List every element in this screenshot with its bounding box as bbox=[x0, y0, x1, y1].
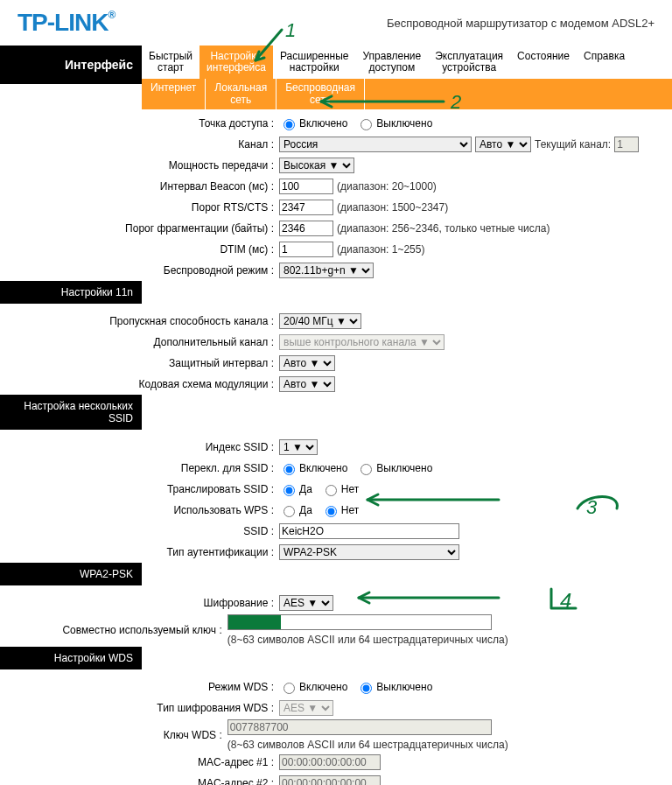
label-wds-mac2: MAC-адрес #2 : bbox=[0, 777, 279, 785]
guard-interval-select[interactable]: Авто ▼ bbox=[279, 355, 335, 371]
label-wireless-mode: Беспроводной режим : bbox=[0, 264, 279, 277]
bandwidth-select[interactable]: 20/40 МГц ▼ bbox=[279, 313, 361, 329]
encryption-select[interactable]: AES ▼ bbox=[279, 595, 333, 611]
nav-advanced[interactable]: Расширенные настройки bbox=[273, 46, 356, 79]
wds-off[interactable] bbox=[360, 683, 372, 694]
current-channel-label: Текущий канал: bbox=[535, 138, 611, 151]
wireless-mode-select[interactable]: 802.11b+g+n ▼ bbox=[279, 263, 374, 278]
ssid-switch-off[interactable] bbox=[360, 464, 372, 475]
section-11n: Настройки 11n bbox=[0, 281, 142, 304]
sub-nav: Интернет Локальная сеть Беспроводная сет… bbox=[142, 79, 672, 109]
dtim-input[interactable] bbox=[279, 242, 333, 257]
label-wds-mac1: MAC-адрес #1 : bbox=[0, 756, 279, 768]
nav-interface-setup[interactable]: Настройка интерфейса bbox=[200, 46, 273, 79]
section-wpa2psk: WPA2-PSK bbox=[0, 563, 142, 585]
wds-mac2-input bbox=[279, 775, 381, 785]
frag-input[interactable] bbox=[279, 221, 333, 236]
label-frag: Порог фрагментации (байты) : bbox=[0, 222, 279, 235]
wds-key-input bbox=[228, 719, 492, 735]
wds-enc-select: AES ▼ bbox=[279, 700, 333, 716]
nav-access[interactable]: Управление доступом bbox=[355, 46, 428, 79]
mcs-select[interactable]: Авто ▼ bbox=[279, 376, 335, 392]
device-subtitle: Беспроводной маршрутизатор с модемом ADS… bbox=[387, 17, 654, 30]
subnav-internet[interactable]: Интернет bbox=[142, 79, 206, 109]
label-ext-channel: Дополнительный канал : bbox=[0, 336, 279, 348]
label-psk: Совместно используемый ключ : bbox=[0, 624, 228, 636]
beacon-input[interactable] bbox=[279, 179, 333, 194]
label-mcs: Кодовая схема модуляции : bbox=[0, 378, 279, 390]
label-encryption: Шифрование : bbox=[0, 597, 279, 609]
broadcast-no[interactable] bbox=[326, 485, 337, 496]
label-access-point: Точка доступа : bbox=[0, 117, 279, 130]
wds-on[interactable] bbox=[284, 683, 295, 694]
subnav-wireless[interactable]: Беспроводная сеть bbox=[276, 79, 365, 109]
label-ssid-switch: Перекл. для SSID : bbox=[0, 462, 279, 474]
wps-yes[interactable] bbox=[284, 506, 295, 517]
section-wds: Настройки WDS bbox=[0, 647, 142, 669]
nav-quick-start[interactable]: Быстрый старт bbox=[142, 46, 200, 79]
label-dtim: DTIM (мс) : bbox=[0, 243, 279, 256]
label-use-wps: Использовать WPS : bbox=[0, 504, 279, 516]
label-bandwidth: Пропускная способность канала : bbox=[0, 315, 279, 327]
nav-help[interactable]: Справка bbox=[577, 46, 632, 79]
label-ssid: SSID : bbox=[0, 525, 279, 537]
current-channel-value bbox=[614, 137, 639, 152]
ssid-input[interactable] bbox=[279, 523, 459, 539]
ext-channel-select: выше контрольного канала ▼ bbox=[279, 334, 444, 350]
ssid-switch-on[interactable] bbox=[284, 464, 295, 475]
label-tx-power: Мощность передачи : bbox=[0, 159, 279, 172]
label-broadcast-ssid: Транслировать SSID : bbox=[0, 483, 279, 495]
wds-mac1-input bbox=[279, 754, 381, 770]
broadcast-yes[interactable] bbox=[284, 485, 295, 496]
rts-input[interactable] bbox=[279, 200, 333, 215]
label-auth-type: Тип аутентификации : bbox=[0, 546, 279, 558]
nav-status[interactable]: Состояние bbox=[510, 46, 577, 79]
label-ssid-index: Индекс SSID : bbox=[0, 441, 279, 453]
auth-select[interactable]: WPA2-PSK bbox=[279, 544, 459, 560]
wps-no[interactable] bbox=[326, 506, 337, 517]
ap-off-radio[interactable] bbox=[360, 119, 372, 130]
label-channel: Канал : bbox=[0, 138, 279, 151]
nav-maintenance[interactable]: Эксплуатация устройства bbox=[428, 46, 510, 79]
country-select[interactable]: Россия bbox=[279, 137, 472, 152]
top-nav: Быстрый старт Настройка интерфейса Расши… bbox=[142, 46, 672, 79]
label-rts: Порог RTS/CTS : bbox=[0, 201, 279, 214]
label-wds-mode: Режим WDS : bbox=[0, 681, 279, 693]
sidebar-title-interface: Интерфейс bbox=[0, 46, 142, 84]
label-wds-key: Ключ WDS : bbox=[0, 729, 228, 741]
ssid-index-select[interactable]: 1 ▼ bbox=[279, 439, 318, 455]
tx-power-select[interactable]: Высокая ▼ bbox=[279, 158, 354, 173]
label-guard-interval: Защитный интервал : bbox=[0, 357, 279, 369]
redaction-mark bbox=[228, 615, 281, 629]
channel-select[interactable]: Авто ▼ bbox=[475, 137, 531, 152]
subnav-lan[interactable]: Локальная сеть bbox=[206, 79, 276, 109]
logo: TP-LINK® bbox=[18, 9, 115, 37]
label-wds-enc: Тип шифрования WDS : bbox=[0, 702, 279, 714]
section-multi-ssid: Настройка нескольких SSID bbox=[0, 395, 142, 430]
ap-on-radio[interactable] bbox=[284, 119, 295, 130]
label-beacon: Интервал Beacon (мс) : bbox=[0, 180, 279, 193]
